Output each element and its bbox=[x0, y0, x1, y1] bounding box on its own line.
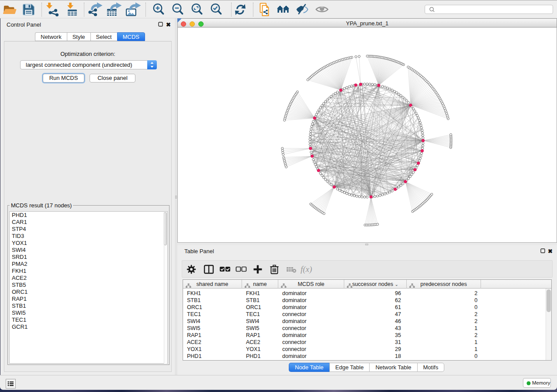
svg-text:f(x): f(x) bbox=[301, 265, 312, 274]
